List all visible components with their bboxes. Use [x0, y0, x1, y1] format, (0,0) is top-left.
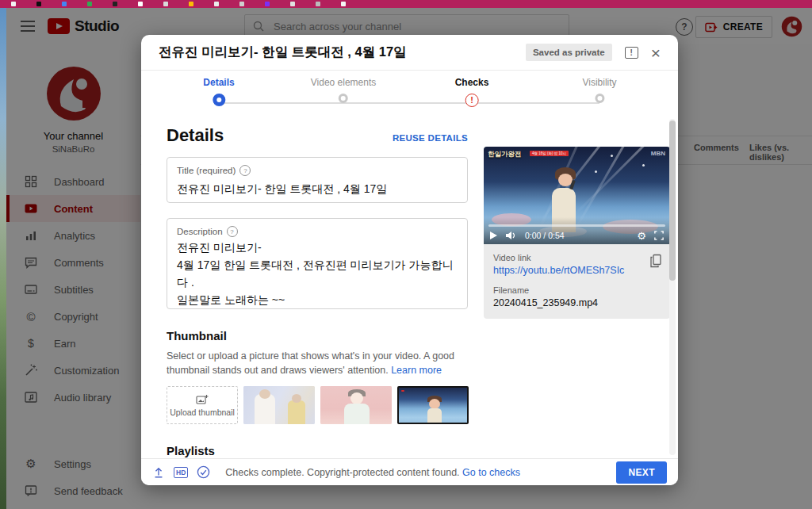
bookmark-favicon[interactable] — [163, 2, 168, 6]
step-visibility[interactable]: Visibility — [582, 77, 616, 103]
title-field-value: 전유진 미리보기- 한일 트롯대전 , 4월 17일 — [177, 180, 458, 197]
video-preview-card: 한일가왕전 4월 16일 (화) 밤 10시 MBN 0:00 / 0:54 ⚙ — [484, 147, 670, 319]
play-icon[interactable] — [490, 232, 497, 239]
step-dot-error: ! — [465, 94, 478, 107]
copy-icon[interactable] — [649, 254, 662, 268]
thumbnail-options: Upload thumbnail — [167, 386, 468, 424]
title-field-label: Title (required) — [177, 166, 236, 175]
bookmark-favicon[interactable] — [11, 2, 16, 6]
step-dot — [339, 94, 348, 103]
send-feedback-icon[interactable]: ! — [625, 47, 638, 59]
bookmark-favicon[interactable] — [214, 2, 219, 6]
broadcast-date-badge: 4월 16일 (화) 밤 10시 — [530, 151, 569, 156]
video-link-label: Video link — [493, 253, 661, 262]
description-line: 전유진 미리보기- — [177, 239, 458, 256]
step-label: Checks — [455, 77, 489, 88]
details-heading: Details — [167, 125, 393, 146]
step-checks[interactable]: Checks ! — [455, 77, 489, 107]
help-icon[interactable]: ? — [239, 165, 251, 176]
thumbnail-heading: Thumbnail — [167, 329, 468, 343]
filename-value: 20240415_235949.mp4 — [493, 297, 661, 308]
time-display: 0:00 / 0:54 — [525, 231, 565, 240]
stepper: Details Video elements Checks ! Visibili… — [141, 71, 678, 116]
go-to-checks-link[interactable]: Go to checks — [462, 467, 520, 478]
upload-thumbnail-label: Upload thumbnail — [170, 408, 235, 417]
bookmark-favicon[interactable] — [189, 2, 193, 6]
reuse-details-button[interactable]: REUSE DETAILS — [393, 133, 468, 143]
details-column: Details REUSE DETAILS Title (required) ?… — [167, 116, 468, 458]
video-player[interactable]: 한일가왕전 4월 16일 (화) 밤 10시 MBN 0:00 / 0:54 ⚙ — [484, 147, 670, 244]
bookmark-favicon[interactable] — [138, 2, 143, 6]
upload-image-icon — [196, 394, 209, 405]
hd-status-icon: HD — [174, 467, 188, 478]
step-label: Visibility — [582, 77, 616, 88]
step-dot — [595, 94, 604, 103]
fullscreen-icon[interactable] — [654, 231, 664, 240]
bookmark-favicon[interactable] — [316, 2, 320, 6]
bookmark-favicon[interactable] — [290, 2, 295, 6]
playlists-heading: Playlists — [167, 444, 468, 457]
video-title-heading: 전유진 미리보기- 한일 트롯대전 , 4월 17일 — [159, 44, 526, 61]
dialog-header: 전유진 미리보기- 한일 트롯대전 , 4월 17일 Saved as priv… — [141, 35, 678, 71]
thumbnail-logo-chip — [401, 390, 404, 392]
auto-thumbnail-1[interactable] — [243, 386, 315, 424]
dialog-body: Details REUSE DETAILS Title (required) ?… — [141, 116, 678, 458]
step-label: Video elements — [311, 77, 377, 88]
scrollbar-thumb[interactable] — [669, 121, 676, 281]
description-line: 일본말로 노래하는 ~~ — [177, 291, 458, 308]
bookmark-favicon[interactable] — [265, 2, 270, 6]
next-button[interactable]: NEXT — [616, 461, 667, 484]
title-field[interactable]: Title (required) ? 전유진 미리보기- 한일 트롯대전 , 4… — [167, 157, 468, 203]
description-field[interactable]: Description ? 전유진 미리보기- 4월 17일 한일 트롯대전 ,… — [167, 218, 468, 309]
saved-status-badge: Saved as private — [526, 44, 612, 61]
step-label: Details — [203, 77, 234, 88]
step-details[interactable]: Details — [203, 77, 234, 106]
volume-icon[interactable] — [505, 231, 517, 240]
description-line: 4월 17일 한일 트롯대전 , 전유진편 미리보기가 가능합니다 . — [177, 256, 458, 291]
bookmark-favicon[interactable] — [341, 2, 346, 6]
stepper-line — [217, 102, 599, 104]
close-icon[interactable]: × — [651, 44, 661, 61]
bookmark-favicon[interactable] — [62, 2, 67, 6]
desktop-wallpaper-strip — [0, 8, 6, 509]
filename-label: Filename — [493, 285, 661, 295]
upload-status-icon — [152, 466, 165, 479]
dialog-scrollbar[interactable] — [669, 119, 676, 455]
thumbnail-learn-more-link[interactable]: Learn more — [391, 365, 442, 376]
dialog-footer: HD Checks complete. Copyright-protected … — [141, 458, 678, 485]
video-info: Video link https://youtu.be/rtOMESh7SIc … — [484, 244, 670, 319]
browser-bookmarks-bar — [0, 0, 812, 8]
video-link[interactable]: https://youtu.be/rtOMESh7SIc — [493, 265, 661, 276]
player-settings-icon[interactable]: ⚙ — [637, 231, 646, 241]
help-icon[interactable]: ? — [227, 226, 238, 237]
step-dot-active — [213, 94, 225, 106]
checks-done-icon — [197, 465, 210, 479]
bookmark-favicon[interactable] — [87, 2, 92, 6]
network-logo: MBN — [651, 150, 665, 157]
auto-thumbnail-2[interactable] — [320, 386, 392, 424]
bookmark-favicon[interactable] — [113, 2, 117, 6]
video-details-dialog: 전유진 미리보기- 한일 트롯대전 , 4월 17일 Saved as priv… — [141, 35, 678, 485]
bookmark-favicon[interactable] — [239, 2, 244, 6]
step-video-elements[interactable]: Video elements — [311, 77, 377, 103]
player-controls: 0:00 / 0:54 ⚙ — [484, 227, 670, 244]
checks-status-text: Checks complete. Copyright-protected con… — [225, 467, 459, 478]
bookmark-favicon[interactable] — [36, 2, 41, 6]
upload-thumbnail-button[interactable]: Upload thumbnail — [167, 386, 238, 424]
description-field-label: Description — [177, 227, 223, 236]
auto-thumbnail-3-selected[interactable] — [397, 386, 469, 424]
show-logo-overlay: 한일가왕전 — [488, 150, 522, 159]
